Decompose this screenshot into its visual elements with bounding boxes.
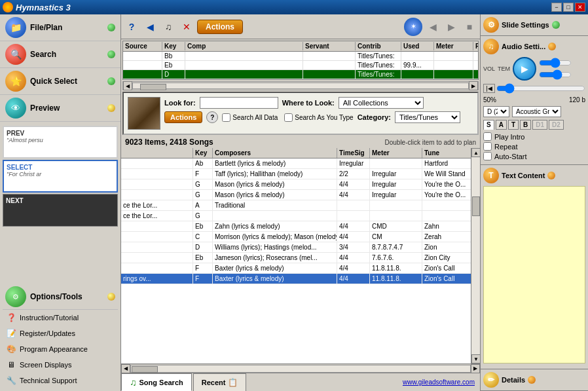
close-toolbar-icon[interactable]: ✕	[179, 19, 194, 35]
song-list-vscroll[interactable]: ▲ ▼	[471, 148, 480, 363]
options-tools-header[interactable]: ⚙ Options/Tools	[3, 284, 118, 310]
look-for-input[interactable]	[200, 97, 278, 109]
hscroll-sl-track[interactable]	[130, 365, 471, 373]
song-list-row[interactable]: rings ov... F Baxter (lyrics & melody) 4…	[121, 274, 471, 284]
key-tab-s[interactable]: S	[483, 120, 494, 130]
screen-displays-item[interactable]: 🖥 Screen Displays	[3, 357, 118, 373]
song-list-row[interactable]: ce the Lor... A Traditional	[121, 200, 471, 211]
acoustic-select[interactable]: Acoustic Gra	[512, 106, 561, 117]
key-select[interactable]: D (2	[483, 106, 509, 117]
sidebar: 📁 File/Plan 🔍 Search ⭐ Quick Select 👁 Pr…	[0, 14, 121, 391]
key-tab-d2[interactable]: D2	[549, 120, 564, 130]
sidebar-item-quick-select[interactable]: ⭐ Quick Select	[0, 68, 120, 95]
song-list-row[interactable]: ce the Lor... G	[121, 211, 471, 221]
song-list-row[interactable]: F Taff (lyrics); Hallithan (melody) 2/2 …	[121, 169, 471, 179]
hscroll-sl-thumb[interactable]	[132, 366, 158, 373]
sidebar-item-preview[interactable]: 👁 Preview	[0, 95, 120, 122]
tab-recent[interactable]: Recent 📋	[193, 373, 247, 391]
search-as-you-type-option[interactable]: Search As You Type	[284, 113, 353, 122]
hscroll-sl-right[interactable]: ▶	[471, 364, 480, 373]
repeat-cb[interactable]	[483, 142, 492, 151]
slh-title[interactable]	[121, 148, 193, 158]
vscroll-down[interactable]: ▼	[471, 354, 480, 363]
song-list-row[interactable]: G Mason (lyrics & melody) 4/4 Irregular …	[121, 190, 471, 200]
back-toolbar-icon[interactable]: ◀	[142, 19, 158, 35]
top-row-3[interactable]: D Titles/Tunes:	[123, 70, 478, 79]
sidebar-item-search[interactable]: 🔍 Search	[0, 41, 120, 68]
music-toolbar-icon[interactable]: ♫	[160, 19, 176, 35]
song-list-row[interactable]: F Baxter (lyrics & melody) 4/4 11.8.11.8…	[121, 263, 471, 274]
preview-section: PREV "Almost persu SELECT "For Christ ar…	[0, 122, 120, 231]
stop-toolbar-icon[interactable]: ■	[462, 19, 477, 35]
search-form: Look for: Where to Look: All Collections…	[164, 97, 473, 123]
song-list-header: Key Composers TimeSig Meter Tune	[121, 148, 471, 158]
top-row-2[interactable]: Eb Titles/Tunes: 99.9...	[123, 61, 478, 70]
hscroll-right[interactable]: ▶	[469, 81, 478, 90]
sidebar-item-file-plan[interactable]: 📁 File/Plan	[0, 14, 120, 41]
tem-slider[interactable]	[539, 69, 572, 80]
slide-settings-dot	[552, 21, 560, 29]
slh-timesig[interactable]: TimeSig	[337, 148, 370, 158]
details-section: ✏ Details	[481, 369, 588, 391]
prev-toolbar-icon[interactable]: ◀	[425, 19, 441, 35]
song-list-row[interactable]: C Morrison (lyrics & melody); Mason (mel…	[121, 232, 471, 242]
auto-start-cb[interactable]	[483, 152, 492, 160]
category-select[interactable]: Titles/Tunes Composers Topics	[395, 111, 460, 123]
slide-settings-label: Slide Settings	[502, 21, 549, 29]
vscroll-thumb[interactable]	[472, 196, 480, 216]
slh-tune[interactable]: Tune	[422, 148, 471, 158]
help-toolbar-icon[interactable]: ?	[124, 19, 139, 35]
song-list-row[interactable]: G Mason (lyrics & melody) 4/4 Irregular …	[121, 179, 471, 190]
search-help-button[interactable]: ?	[206, 111, 218, 123]
website-link[interactable]: www.gileadsoftware.com	[397, 373, 480, 391]
hscroll-thumb[interactable]	[140, 84, 166, 90]
star-toolbar-icon[interactable]: ✶	[404, 18, 422, 36]
maximize-button[interactable]: □	[563, 3, 574, 12]
slh-composers[interactable]: Composers	[213, 148, 337, 158]
play-intro-cb[interactable]	[483, 132, 492, 141]
song-list-area: 9023 Items, 2418 Songs Double-click item…	[121, 136, 480, 373]
vscroll-track[interactable]	[471, 157, 480, 354]
minimize-button[interactable]: −	[551, 3, 562, 12]
top-row-1[interactable]: Bb Titles/Tunes:	[123, 52, 478, 61]
top-table-area: Source Key Comp Servant Contrib Used Met…	[122, 41, 479, 80]
hscroll-sl-left[interactable]: ◀	[121, 364, 130, 373]
auto-start-option[interactable]: Auto-Start	[483, 152, 585, 160]
where-to-look-select[interactable]: All Collections Current Collection	[339, 97, 424, 109]
prev-box: PREV "Almost persu	[3, 126, 118, 158]
skip-start-button[interactable]: |◀	[483, 84, 495, 93]
search-all-data-option[interactable]: Search All Data	[222, 113, 278, 122]
search-actions-button[interactable]: Actions	[164, 111, 202, 123]
next-toolbar-icon[interactable]: ▶	[443, 19, 459, 35]
tech-support-item[interactable]: 🔧 Technical Support	[3, 373, 118, 388]
vol-slider[interactable]	[539, 58, 572, 68]
hscroll-left[interactable]: ◀	[123, 81, 132, 90]
repeat-option[interactable]: Repeat	[483, 142, 585, 151]
key-tab-a[interactable]: A	[496, 120, 507, 130]
actions-button[interactable]: Actions	[197, 20, 243, 34]
text-content-icon: T	[483, 168, 499, 183]
instruction-item[interactable]: ❓ Instruction/Tutorial	[3, 310, 118, 326]
song-list-row[interactable]: D Williams (lyrics); Hastings (melod... …	[121, 242, 471, 253]
position-slider[interactable]	[496, 83, 585, 94]
search-as-you-type-cb[interactable]	[284, 113, 293, 122]
key-tab-b[interactable]: B	[520, 120, 531, 130]
program-appearance-item[interactable]: 🎨 Program Appearance	[3, 341, 118, 357]
play-intro-option[interactable]: Play Intro	[483, 132, 585, 141]
tab-song-search[interactable]: ♫ Song Search	[121, 373, 192, 391]
key-tab-t[interactable]: T	[508, 120, 519, 130]
play-button[interactable]: ▶	[513, 57, 536, 81]
register-item[interactable]: 📝 Register/Updates	[3, 326, 118, 341]
song-list-row[interactable]: Eb Jameson (lyrics); Rosecrans (mel... 4…	[121, 253, 471, 263]
vscroll-up[interactable]: ▲	[471, 148, 480, 157]
key-tab-d1[interactable]: D1	[532, 120, 547, 130]
top-table-hscroll[interactable]: ◀ ▶	[122, 81, 479, 90]
song-list-hscroll[interactable]: ◀ ▶	[121, 363, 480, 373]
slh-key[interactable]: Key	[193, 148, 213, 158]
search-all-data-cb[interactable]	[222, 113, 230, 122]
file-plan-icon: 📁	[5, 17, 26, 38]
close-button[interactable]: ✕	[575, 3, 585, 12]
song-list-row[interactable]: Eb Zahn (lyrics & melody) 4/4 CMD Zahn	[121, 221, 471, 232]
slh-meter[interactable]: Meter	[370, 148, 422, 158]
song-list-row[interactable]: Ab Bartlett (lyrics & melody) Irregular …	[121, 158, 471, 169]
